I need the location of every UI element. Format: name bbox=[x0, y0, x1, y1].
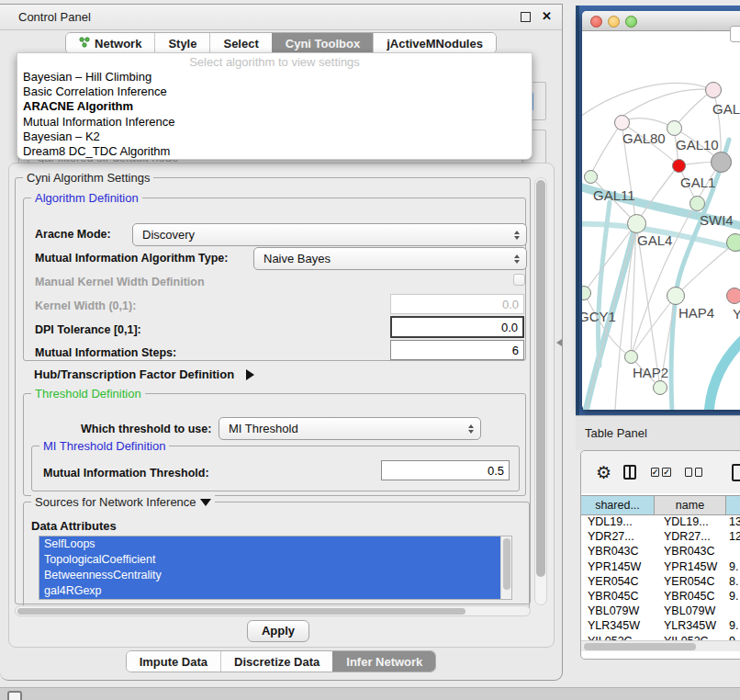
table-column-header[interactable]: shared... bbox=[581, 496, 655, 514]
network-node-gal11[interactable] bbox=[584, 170, 598, 184]
collapse-arrow-icon[interactable] bbox=[200, 499, 211, 506]
tab-impute-data[interactable]: Impute Data bbox=[127, 651, 220, 672]
table-row[interactable]: YDR27...YDR27...12 bbox=[581, 530, 740, 545]
network-node-gal1[interactable] bbox=[672, 159, 686, 173]
network-node[interactable] bbox=[726, 233, 740, 252]
table-cell: 12 bbox=[726, 530, 740, 545]
tab-select[interactable]: Select bbox=[209, 33, 271, 53]
table-cell: YER054C bbox=[581, 575, 655, 590]
table-cell bbox=[726, 545, 740, 559]
table-row[interactable]: YBR045CYBR045C9. bbox=[581, 590, 740, 604]
stepper-icon bbox=[514, 254, 520, 264]
panel-divider-arrow-icon[interactable] bbox=[556, 339, 562, 346]
network-node-gal4[interactable] bbox=[627, 214, 646, 233]
network-node[interactable] bbox=[653, 380, 667, 395]
network-view-window[interactable]: GALGAL80GAL10GAL1GAL11SWI4GAL4GCY1HAP4YH… bbox=[582, 11, 740, 410]
network-node-hap2[interactable] bbox=[624, 350, 638, 364]
apply-button[interactable]: Apply bbox=[247, 620, 309, 642]
attribute-item-selected[interactable]: SelfLoops bbox=[39, 536, 500, 552]
dropdown-item[interactable]: Basic Correlation Inference bbox=[17, 85, 532, 99]
sources-group-title: Sources for Network Inference bbox=[31, 495, 215, 509]
table-horizontal-scrollbar[interactable] bbox=[581, 640, 740, 651]
dropdown-placeholder: Select algorithm to view settings bbox=[17, 53, 532, 70]
data-attributes-list[interactable]: SelfLoopsTopologicalCoefficientBetweenne… bbox=[39, 536, 512, 600]
which-threshold-combo[interactable]: MI Threshold bbox=[219, 417, 481, 440]
table-row[interactable]: YBR043CYBR043C bbox=[581, 545, 740, 559]
top-tab-bar-wrap: NetworkStyleSelectCyni ToolboxjActiveMNo… bbox=[0, 32, 562, 54]
aracne-mode-combo[interactable]: Discovery bbox=[132, 223, 527, 246]
mi-threshold-field[interactable] bbox=[381, 460, 510, 480]
float-window-icon[interactable] bbox=[521, 12, 531, 22]
document-icon[interactable] bbox=[732, 464, 740, 481]
dropdown-item[interactable]: Bayesian – Hill Climbing bbox=[17, 70, 532, 85]
dropdown-item[interactable]: Mutual Information Inference bbox=[17, 115, 532, 130]
table-row[interactable]: YBL079WYBL079W bbox=[581, 604, 740, 619]
network-node[interactable] bbox=[711, 152, 732, 173]
settings-horizontal-scrollbar[interactable] bbox=[15, 605, 531, 616]
dropdown-item[interactable]: Bayesian – K2 bbox=[17, 130, 532, 144]
table-row[interactable]: YDL19...YDL19...13 bbox=[581, 515, 740, 530]
manual-kernel-checkbox[interactable] bbox=[513, 274, 525, 286]
network-node-gal[interactable] bbox=[705, 82, 722, 98]
checkbox-checked-icon[interactable]: ✓ bbox=[651, 468, 660, 477]
threshold-definition-title: Threshold Definition bbox=[31, 387, 145, 401]
bottom-tab-bar: Impute DataDiscretize DataInfer Network bbox=[126, 650, 437, 672]
kernel-width-field[interactable] bbox=[390, 294, 524, 314]
gear-icon[interactable]: ⚙ bbox=[596, 464, 611, 481]
tab-label: Network bbox=[95, 37, 141, 51]
table-column-header[interactable] bbox=[726, 496, 740, 514]
minimize-button-icon[interactable] bbox=[608, 16, 620, 28]
checkbox-checked-icon[interactable]: ✓ bbox=[662, 468, 671, 477]
table-row[interactable]: YLR345WYLR345W9. bbox=[581, 619, 740, 634]
checkbox-unchecked-icon[interactable] bbox=[695, 468, 702, 477]
mi-algorithm-type-combo[interactable]: Naive Bayes bbox=[253, 247, 527, 270]
settings-vertical-scrollbar[interactable] bbox=[534, 177, 547, 605]
table-column-header[interactable]: name bbox=[655, 496, 726, 514]
network-node-gal10[interactable] bbox=[667, 120, 682, 136]
dropdown-item[interactable]: ARACNE Algorithm bbox=[17, 99, 532, 114]
table-panel-window: ⚙ ✓ ✓ shared...name YDL19...YDL19...13YD… bbox=[580, 450, 740, 660]
network-node-gal80[interactable] bbox=[614, 115, 630, 130]
network-node-hap4[interactable] bbox=[667, 287, 685, 305]
dpi-tolerance-field[interactable] bbox=[390, 316, 524, 338]
hub-definition-row[interactable]: Hub/Transcription Factor Definition bbox=[34, 366, 254, 382]
attributes-scrollbar[interactable] bbox=[500, 536, 511, 599]
table-cell: 9. bbox=[726, 619, 740, 634]
table-cell: 8. bbox=[726, 575, 740, 590]
mi-algorithm-type-value: Naive Bayes bbox=[263, 252, 331, 265]
table-row[interactable]: YPR145WYPR145W9. bbox=[581, 560, 740, 575]
network-node-swi4[interactable] bbox=[690, 196, 705, 211]
table-panel-header: Table Panel bbox=[576, 415, 740, 450]
attribute-item-selected[interactable]: gal4RGexp bbox=[39, 583, 500, 599]
tab-cyni-toolbox[interactable]: Cyni Toolbox bbox=[272, 33, 373, 53]
node-label: GAL bbox=[712, 101, 740, 117]
node-label: GCY1 bbox=[582, 309, 616, 324]
mi-steps-field[interactable] bbox=[390, 340, 524, 360]
table-rows: YDL19...YDL19...13YDR27...YDR27...12YBR0… bbox=[581, 515, 740, 640]
tab-label: jActiveMNodules bbox=[387, 37, 483, 51]
node-label: GAL10 bbox=[676, 137, 719, 152]
attribute-item-selected[interactable]: BetweennessCentrality bbox=[39, 568, 500, 583]
tab-network[interactable]: Network bbox=[66, 33, 154, 53]
node-label: GAL4 bbox=[637, 232, 672, 248]
panel-toggle-icon[interactable] bbox=[7, 691, 22, 700]
close-window-icon[interactable]: ✕ bbox=[542, 9, 552, 23]
columns-icon[interactable] bbox=[623, 465, 636, 480]
attribute-item-selected[interactable]: TopologicalCoefficient bbox=[39, 552, 500, 568]
table-cell: YBR045C bbox=[655, 590, 726, 604]
close-button-icon[interactable] bbox=[590, 16, 602, 28]
network-node-y[interactable] bbox=[726, 288, 740, 304]
table-cell: YDR27... bbox=[655, 530, 726, 545]
table-row[interactable]: YER054CYER054C8. bbox=[581, 575, 740, 590]
tab-jactivemnodules[interactable]: jActiveMNodules bbox=[373, 33, 496, 53]
tab-infer-network[interactable]: Infer Network bbox=[332, 651, 435, 672]
mi-threshold-definition-group: MI Threshold Definition Mutual Informati… bbox=[31, 446, 520, 491]
tab-style[interactable]: Style bbox=[154, 33, 209, 53]
network-canvas[interactable]: GALGAL80GAL10GAL1GAL11SWI4GAL4GCY1HAP4YH… bbox=[582, 31, 740, 410]
expand-arrow-icon[interactable] bbox=[246, 369, 254, 380]
checkbox-unchecked-icon[interactable] bbox=[685, 468, 692, 477]
zoom-button-icon[interactable] bbox=[625, 16, 637, 28]
tab-discretize-data[interactable]: Discretize Data bbox=[220, 651, 332, 672]
status-strip bbox=[0, 687, 740, 700]
dropdown-item[interactable]: Dream8 DC_TDC Algorithm bbox=[17, 144, 532, 159]
